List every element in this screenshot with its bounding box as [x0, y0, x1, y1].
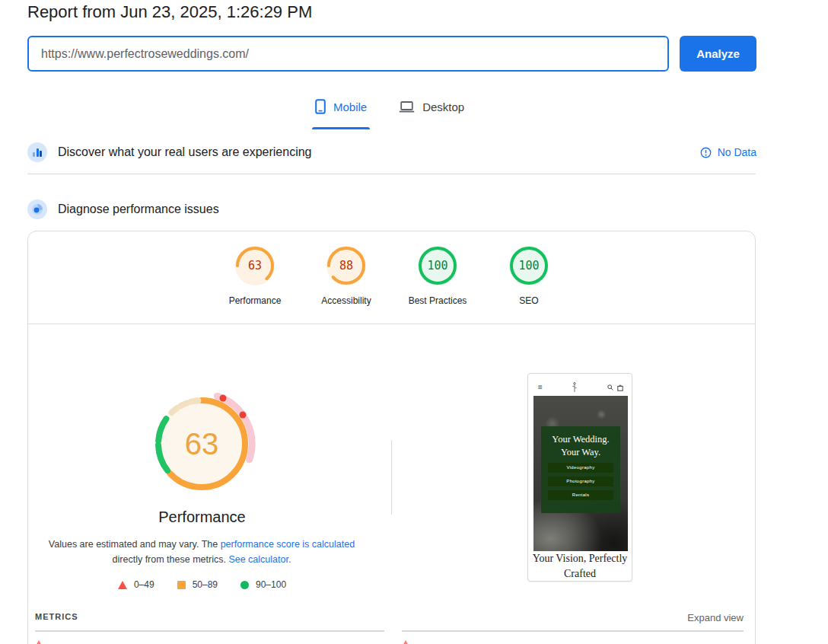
legend-good: 90–100: [240, 579, 286, 590]
metric-status-icon: [402, 640, 409, 644]
rentals-button: Rentals: [548, 490, 613, 500]
legend-average: 50–89: [177, 579, 218, 590]
desktop-laptop-icon: [399, 100, 415, 113]
field-data-section-header: Discover what your real users are experi…: [27, 137, 756, 167]
cart-bag-icon: [617, 384, 623, 391]
metrics-section-label: METRICS: [35, 612, 78, 621]
metrics-divider-left: [35, 630, 384, 632]
lab-data-title: Diagnose performance issues: [58, 202, 219, 216]
score-calculation-link[interactable]: performance score is calculated: [221, 539, 355, 550]
gauge-ring: 88: [326, 246, 366, 285]
good-circle-icon: [240, 581, 249, 589]
screenshot-hero-image: Your Wedding. Your Way. Videography Phot…: [533, 396, 628, 551]
screenshot-caption: Your Vision, Perfectly Crafted: [528, 551, 632, 582]
rose-logo-icon: [571, 381, 578, 394]
tab-desktop-label: Desktop: [422, 100, 464, 113]
score-label: Accessibility: [301, 295, 392, 306]
score-value: 63: [235, 259, 275, 273]
description-text: directly from these metrics.: [113, 554, 229, 565]
score-gauge-seo[interactable]: 100 SEO: [483, 246, 575, 306]
legend-range: 50–89: [193, 579, 218, 590]
score-gauge-performance[interactable]: 63 Performance: [209, 246, 301, 306]
performance-description: Values are estimated and may vary. The p…: [42, 537, 361, 567]
metric-status-icon: [35, 640, 43, 644]
url-input[interactable]: [27, 36, 669, 72]
card-divider: [28, 324, 755, 324]
score-label: Performance: [209, 295, 301, 306]
legend-fail: 0–49: [118, 579, 154, 590]
photography-button: Photography: [548, 477, 613, 486]
score-gauge-accessibility[interactable]: 88 Accessibility: [301, 246, 392, 306]
legend-range: 90–100: [256, 579, 286, 590]
tab-mobile[interactable]: Mobile: [312, 90, 370, 123]
score-gauge-best-practices[interactable]: 100 Best Practices: [392, 246, 483, 306]
field-data-title: Discover what your real users are experi…: [58, 145, 311, 159]
legend-range: 0–49: [134, 579, 154, 590]
hero-title: Your Wedding. Your Way.: [543, 433, 619, 459]
tab-mobile-label: Mobile: [333, 100, 367, 113]
diagnose-speedometer-icon: [27, 199, 47, 219]
analyze-button[interactable]: Analyze: [680, 36, 756, 72]
performance-panel-title: Performance: [28, 509, 376, 526]
gauge-ring: 100: [509, 246, 549, 285]
device-tabs: Mobile Desktop: [312, 90, 518, 123]
fail-triangle-icon: [118, 581, 127, 589]
videography-button: Videography: [548, 463, 613, 473]
score-legend: 0–49 50–89 90–100: [28, 579, 376, 590]
final-screenshot-thumbnail[interactable]: ≡: [527, 373, 632, 582]
no-data-label: No Data: [718, 146, 756, 158]
average-square-icon: [177, 581, 186, 589]
score-value: 100: [418, 259, 457, 273]
info-icon: [700, 147, 712, 158]
hero-overlay-panel: Your Wedding. Your Way. Videography Phot…: [541, 426, 620, 513]
tab-desktop[interactable]: Desktop: [396, 90, 467, 123]
no-data-badge[interactable]: No Data: [700, 146, 756, 158]
screenshot-site-header: ≡: [533, 379, 628, 396]
menu-icon: ≡: [538, 384, 543, 391]
mobile-phone-icon: [315, 99, 326, 114]
screenshot-image: ≡: [533, 379, 628, 551]
pagespeed-report-page: Report from Jun 23, 2025, 1:26:29 PM Ana…: [0, 0, 828, 644]
score-label: SEO: [483, 295, 575, 306]
expand-view-button[interactable]: Expand view: [647, 612, 744, 623]
active-tab-indicator: [312, 127, 370, 129]
score-value: 88: [326, 259, 366, 273]
gauge-ring: 100: [418, 246, 457, 285]
search-icon: [607, 384, 613, 391]
score-value: 100: [509, 259, 549, 273]
performance-gauge: 63: [145, 387, 259, 501]
metrics-divider-right: [402, 630, 744, 632]
real-users-icon: [27, 142, 47, 162]
description-text: Values are estimated and may vary. The: [49, 539, 221, 550]
score-label: Best Practices: [392, 295, 483, 306]
performance-score-value: 63: [145, 427, 259, 461]
page-title: Report from Jun 23, 2025, 1:26:29 PM: [27, 2, 312, 22]
see-calculator-link[interactable]: See calculator.: [228, 554, 291, 565]
column-divider: [391, 440, 392, 515]
lab-data-section-header: Diagnose performance issues: [27, 194, 756, 225]
gauge-ring: 63: [235, 246, 275, 285]
section-divider: [27, 174, 756, 174]
